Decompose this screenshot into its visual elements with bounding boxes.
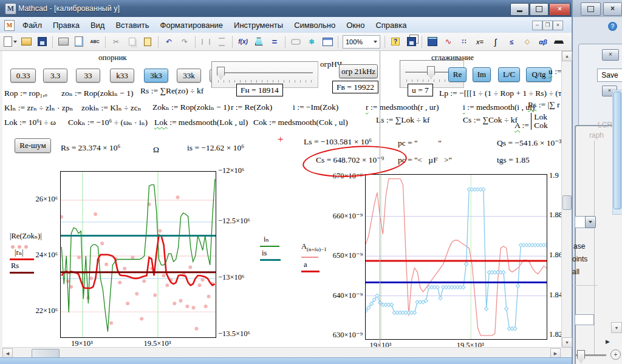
formula-a-vector[interactable]: A := LokCok: [514, 113, 548, 130]
evaluate-button[interactable]: =: [267, 35, 282, 49]
save-as-button[interactable]: [404, 35, 419, 49]
menu-file[interactable]: Файл: [17, 21, 47, 30]
formula-lok-medsmooth[interactable]: Lok := medsmooth(Lok , ul): [154, 118, 248, 127]
aero-scrollbar-thumb[interactable]: [613, 92, 621, 209]
redo-button[interactable]: ↷: [177, 35, 192, 49]
menu-symbolics[interactable]: Символьно: [289, 21, 341, 30]
menu-edit[interactable]: Правка: [47, 21, 85, 30]
copy-button[interactable]: [125, 35, 139, 49]
smoothing-label: сглаживание: [431, 53, 474, 62]
scroll-up-button[interactable]: ▲: [562, 51, 572, 61]
input-field[interactable]: [575, 314, 594, 325]
insert-table-button[interactable]: [320, 35, 335, 49]
bg-scroll-right-icon[interactable]: ▶: [606, 339, 610, 345]
menu-help[interactable]: Справка: [370, 21, 412, 30]
button-33k[interactable]: 33k: [177, 69, 201, 83]
formula-lok[interactable]: Lok := 10⁶i ÷ ω: [4, 118, 56, 127]
formula-r-re[interactable]: r := Re(Zok): [231, 103, 272, 112]
dialog-close-button[interactable]: ×: [602, 49, 619, 61]
help-icon[interactable]: ?: [608, 22, 617, 31]
bg-restore-button[interactable]: [581, 2, 601, 16]
formula-i-medsmooth[interactable]: i := medsmooth(i , ui): [463, 103, 535, 112]
u-definition[interactable]: u :=: [549, 67, 561, 76]
re-noise-button[interactable]: Re-шум: [15, 138, 51, 153]
menu-view[interactable]: Вид: [85, 21, 111, 30]
formula-r-medsmooth[interactable]: r := medsmooth(r , ur): [366, 103, 439, 112]
formula-zok[interactable]: Zokₙ := Rop(zokiₙ − 1): [152, 102, 230, 112]
vertical-scrollbar-thumb[interactable]: [562, 195, 572, 210]
open-button[interactable]: [19, 35, 33, 49]
slider-thumb[interactable]: [217, 67, 225, 79]
formula-cs-sum[interactable]: Cs := ∑Cok ÷ kf: [463, 115, 518, 125]
menu-tools[interactable]: Инструменты: [228, 21, 289, 30]
formula-i-im[interactable]: i := −Im(Zok): [293, 103, 338, 112]
button-k33[interactable]: k33: [110, 69, 134, 83]
graph-palette-button[interactable]: ∿: [441, 35, 456, 49]
minimize-button[interactable]: [510, 3, 529, 16]
greek-palette-button[interactable]: αβ: [536, 35, 550, 49]
button-re[interactable]: Re: [448, 67, 466, 82]
button-im[interactable]: Im: [473, 67, 491, 82]
formula-rs2[interactable]: Rs := |∑ r ÷: [528, 100, 561, 110]
bg-close-button[interactable]: ×: [603, 2, 622, 16]
doc-minimize-button[interactable]: –: [532, 21, 542, 30]
symbolic-palette-button[interactable]: [552, 35, 566, 49]
calculus-palette-button[interactable]: ∫: [488, 35, 503, 49]
print-preview-button[interactable]: [72, 35, 86, 49]
horizontal-scrollbar-thumb[interactable]: [32, 349, 60, 358]
doc-restore-button[interactable]: ❐: [542, 21, 553, 30]
zoom-select[interactable]: 100%: [343, 35, 380, 49]
paste-button[interactable]: [140, 35, 155, 49]
formula-rs-sum[interactable]: Rs := ∑Re(zo) ÷ kf: [140, 86, 203, 96]
boolean-palette-button[interactable]: ≤: [504, 35, 519, 49]
component-button[interactable]: ✱: [304, 35, 319, 49]
programming-palette-button[interactable]: ◇: [520, 35, 535, 49]
formula-cok[interactable]: Cokₙ := −10⁶ ÷ (ωₙ · iₙ): [68, 117, 148, 127]
menu-insert[interactable]: Вставить: [110, 21, 154, 30]
menu-format[interactable]: Форматирование: [155, 21, 229, 30]
button-qtg[interactable]: Q/tg: [526, 67, 552, 82]
align-across-button[interactable]: [199, 35, 213, 49]
spell-check-button[interactable]: ABC: [87, 35, 102, 49]
horizontal-scrollbar[interactable]: ◀ ▶: [2, 347, 561, 358]
aero-scrollbar[interactable]: [612, 90, 622, 215]
help-button[interactable]: ?: [388, 35, 403, 49]
new-document-button[interactable]: [3, 35, 18, 49]
button-33[interactable]: 33: [76, 69, 100, 83]
combo-dropdown-button[interactable]: [585, 216, 596, 228]
menu-window[interactable]: Окно: [341, 21, 370, 30]
formula-kl[interactable]: Klₙ := zrₙ ÷ zlₙ · zpₙ: [4, 103, 73, 113]
zoom-in-button[interactable]: +: [610, 349, 621, 360]
evaluation-palette-button[interactable]: x=: [473, 35, 487, 49]
titlebar[interactable]: M Mathcad - [калиброванный у] ×: [0, 0, 572, 17]
align-down-button[interactable]: [214, 35, 229, 49]
bg-scroll-down-button[interactable]: ▼: [611, 322, 622, 333]
button-lc[interactable]: L/C: [498, 67, 520, 82]
formula-zoki[interactable]: zokiₙ := Klₙ ÷ zcₙ: [81, 103, 142, 113]
doc-close-button[interactable]: ×: [553, 21, 563, 30]
undo-button[interactable]: ↶: [162, 35, 176, 49]
formula-zo[interactable]: zoₙ := Rop(zokiₙ − 1): [61, 88, 133, 98]
restore-button[interactable]: [530, 3, 549, 16]
print-button[interactable]: [56, 35, 70, 49]
insert-unit-button[interactable]: [251, 35, 266, 49]
calculator-palette-button[interactable]: [425, 35, 440, 49]
scroll-down-button[interactable]: ▼: [562, 337, 572, 348]
matrix-palette-button[interactable]: ∷: [457, 35, 471, 49]
formula-rop[interactable]: Rop := rop₁,ₒ: [4, 89, 47, 98]
hyperlink-button[interactable]: [289, 35, 303, 49]
cut-button[interactable]: ✂: [109, 35, 123, 49]
insert-function-button[interactable]: f(x): [236, 35, 250, 49]
close-button[interactable]: ×: [549, 3, 570, 16]
button-3k3[interactable]: 3k3: [144, 69, 168, 83]
formula-cok-medsmooth[interactable]: Cok := medsmooth(Cok , ul): [253, 118, 348, 127]
formula-lp[interactable]: Lp := −[[[1 ÷ (1 ÷ Rop + 1 ÷ Rs) ÷ (т: [439, 89, 561, 98]
vertical-scrollbar[interactable]: ▲ ▼: [561, 51, 572, 347]
save-button[interactable]: [35, 35, 49, 49]
formula-ls-sum[interactable]: Ls := ∑Lok ÷ kf: [376, 115, 429, 125]
button-3.3[interactable]: 3.3: [43, 69, 67, 83]
button-0.33[interactable]: 0.33: [10, 69, 36, 83]
ogr-21khz-button[interactable]: огр 21kHz: [339, 64, 378, 78]
save-button[interactable]: Save: [597, 69, 622, 82]
slider-thumb[interactable]: [427, 66, 435, 79]
